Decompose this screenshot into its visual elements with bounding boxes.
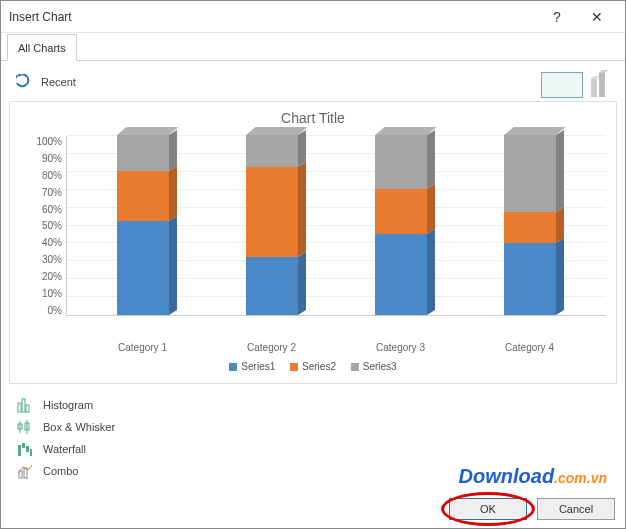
y-tick: 90%: [20, 153, 62, 164]
chart-segment: [246, 135, 298, 167]
chart-column: [246, 135, 298, 315]
chart-preview: Chart Title 100% 90% 80% 70% 60% 50% 40%…: [9, 101, 617, 384]
ok-button[interactable]: OK: [449, 498, 527, 520]
svg-rect-4: [18, 403, 21, 412]
y-tick: 60%: [20, 204, 62, 215]
legend: Series1 Series2 Series3: [20, 361, 606, 373]
recent-icon: [15, 74, 31, 90]
svg-rect-12: [22, 443, 25, 448]
svg-rect-6: [26, 405, 29, 412]
sidebar-item-label: Combo: [43, 465, 78, 477]
legend-swatch-1: [229, 363, 237, 371]
chart-column: [375, 135, 427, 315]
sidebar-item-label: Waterfall: [43, 443, 86, 455]
chart-segment: [246, 167, 298, 257]
cancel-button[interactable]: Cancel: [537, 498, 615, 520]
titlebar: Insert Chart ? ✕: [1, 1, 625, 33]
dialog-footer: OK Cancel: [449, 498, 615, 520]
chart-segment: [504, 212, 556, 243]
plot-area: [66, 136, 606, 316]
svg-rect-13: [26, 446, 29, 452]
histogram-icon: [17, 397, 33, 413]
x-tick: Category 2: [247, 342, 296, 353]
subtype-stacked-100[interactable]: [541, 72, 583, 98]
y-tick: 40%: [20, 237, 62, 248]
y-tick: 50%: [20, 220, 62, 231]
y-tick: 0%: [20, 305, 62, 316]
y-tick: 70%: [20, 187, 62, 198]
chart-title: Chart Title: [20, 110, 606, 126]
watermark: Download.com.vn: [459, 465, 607, 488]
sidebar-item-histogram[interactable]: Histogram: [17, 394, 617, 416]
chart-column: [117, 135, 169, 315]
boxwhisker-icon: [17, 419, 33, 435]
y-tick: 10%: [20, 288, 62, 299]
tab-strip: All Charts: [1, 33, 625, 61]
chart-segment: [504, 135, 556, 212]
close-button[interactable]: ✕: [577, 9, 617, 25]
legend-label: Series3: [363, 361, 397, 372]
tab-all-charts[interactable]: All Charts: [7, 34, 77, 61]
insert-chart-dialog: Insert Chart ? ✕ All Charts Recent Chart…: [0, 0, 626, 529]
svg-rect-14: [30, 449, 32, 456]
chart-segment: [117, 171, 169, 221]
x-tick: Category 4: [505, 342, 554, 353]
sidebar-item-boxwhisker[interactable]: Box & Whisker: [17, 416, 617, 438]
chart-segment: [504, 243, 556, 315]
svg-rect-1: [599, 73, 605, 97]
svg-rect-0: [591, 79, 597, 97]
y-tick: 80%: [20, 170, 62, 181]
y-tick: 20%: [20, 271, 62, 282]
waterfall-icon: [17, 441, 33, 457]
sidebar-item-waterfall[interactable]: Waterfall: [17, 438, 617, 460]
chart-segment: [375, 234, 427, 315]
help-button[interactable]: ?: [537, 9, 577, 25]
x-tick: Category 3: [376, 342, 425, 353]
legend-label: Series2: [302, 361, 336, 372]
chart-segment: [246, 257, 298, 315]
sidebar-item-label: Recent: [41, 76, 76, 88]
chart-column: [504, 135, 556, 315]
combo-icon: [17, 463, 33, 479]
svg-rect-15: [19, 471, 22, 478]
x-tick: Category 1: [118, 342, 167, 353]
sidebar-item-label: Box & Whisker: [43, 421, 115, 433]
x-axis: Category 1 Category 2 Category 3 Categor…: [20, 336, 606, 353]
legend-swatch-3: [351, 363, 359, 371]
y-tick: 100%: [20, 136, 62, 147]
chart-segment: [117, 135, 169, 171]
chart-subtype-strip: [541, 69, 611, 101]
window-title: Insert Chart: [9, 10, 537, 24]
chart-segment: [375, 135, 427, 189]
subtype-3d-column-icon[interactable]: [589, 69, 611, 101]
svg-rect-11: [18, 445, 21, 456]
legend-swatch-2: [290, 363, 298, 371]
y-tick: 30%: [20, 254, 62, 265]
svg-rect-5: [22, 399, 25, 412]
y-axis: 100% 90% 80% 70% 60% 50% 40% 30% 20% 10%…: [20, 136, 66, 316]
svg-marker-3: [599, 70, 608, 73]
sidebar-item-label: Histogram: [43, 399, 93, 411]
chart-segment: [375, 189, 427, 234]
legend-label: Series1: [241, 361, 275, 372]
svg-marker-2: [591, 76, 600, 79]
chart-segment: [117, 221, 169, 315]
sidebar-item-recent[interactable]: Recent: [9, 69, 617, 95]
